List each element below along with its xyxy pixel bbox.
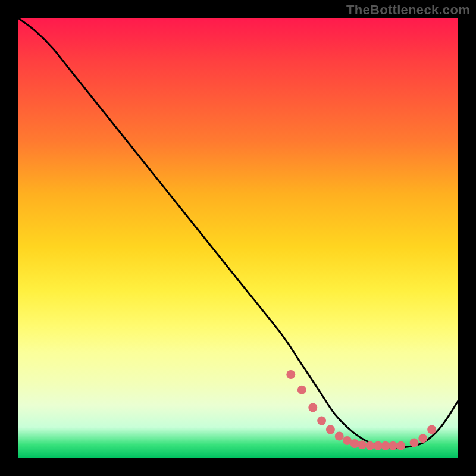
marker-dot <box>389 441 397 450</box>
marker-dot <box>335 432 344 441</box>
marker-dot <box>418 434 427 443</box>
plot-area <box>18 18 458 458</box>
chart-svg <box>18 18 458 458</box>
marker-dot <box>427 425 436 434</box>
marker-dot <box>350 439 359 448</box>
watermark-text: TheBottleneck.com <box>346 2 470 18</box>
marker-dot <box>366 441 375 450</box>
marker-dot <box>298 386 306 394</box>
marker-dot <box>308 403 317 412</box>
chart-container: TheBottleneck.com <box>0 0 476 476</box>
marker-dot <box>396 441 405 450</box>
marker-dot <box>358 440 367 449</box>
marker-dot <box>317 416 326 425</box>
marker-dot <box>326 425 335 434</box>
marker-dot <box>410 439 419 447</box>
marker-dot <box>286 370 295 379</box>
curve-line <box>18 18 458 447</box>
